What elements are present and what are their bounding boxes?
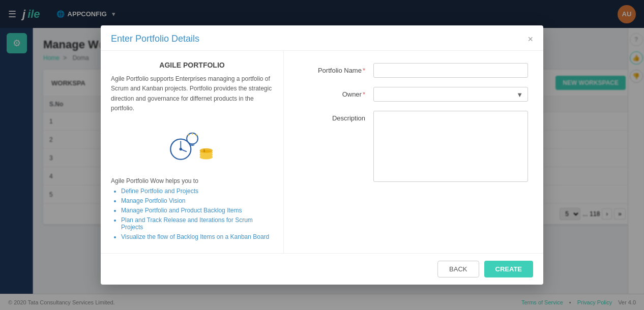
wow-title: Agile Portfolio Wow helps you to [111, 177, 273, 184]
owner-required-marker: * [363, 90, 365, 98]
description-label: Description [299, 111, 365, 122]
portfolio-modal: Enter Portfolio Details × AGILE PORTFOLI… [101, 25, 543, 285]
portfolio-name-label: Portfolio Name* [299, 63, 365, 74]
modal-title: Enter Portfolio Details [111, 34, 199, 44]
svg-text:$: $ [203, 149, 205, 153]
bullet-item: Plan and Track Release and Iterations fo… [121, 216, 273, 231]
bullet-item: Visualize the flow of Backlog Items on a… [121, 233, 273, 240]
svg-line-3 [181, 149, 186, 151]
bullet-item: Manage Portfolio and Product Backlog Ite… [121, 207, 273, 214]
portfolio-description: Agile Portfolio supports Enterprises man… [111, 74, 273, 113]
create-button[interactable]: CREATE [484, 261, 533, 277]
modal-right-panel: Portfolio Name* Owner* ▼ [284, 51, 543, 253]
portfolio-illustration: $ [167, 127, 218, 167]
owner-row: Owner* ▼ [299, 87, 528, 102]
portfolio-name-input[interactable] [373, 63, 528, 78]
owner-select[interactable] [373, 87, 528, 102]
owner-select-wrapper: ▼ [373, 87, 528, 102]
description-row: Description [299, 111, 528, 182]
modal-footer: BACK CREATE [101, 253, 543, 285]
modal-header: Enter Portfolio Details × [101, 25, 543, 51]
portfolio-name-row: Portfolio Name* [299, 63, 528, 78]
bullet-item: Manage Portfolio Vision [121, 197, 273, 204]
svg-point-13 [199, 148, 212, 153]
portfolio-type-title: AGILE PORTFOLIO [159, 61, 224, 69]
modal-close-button[interactable]: × [528, 35, 533, 44]
bullet-list: Define Portfolio and ProjectsManage Port… [111, 188, 273, 240]
modal-left-bullets: Agile Portfolio Wow helps you to Define … [111, 177, 273, 243]
description-textarea[interactable] [373, 111, 528, 182]
required-marker: * [363, 67, 365, 74]
bullet-item: Define Portfolio and Projects [121, 188, 273, 195]
modal-left-panel: AGILE PORTFOLIO Agile Portfolio supports… [101, 51, 284, 253]
back-button[interactable]: BACK [437, 261, 479, 277]
modal-overlay: Enter Portfolio Details × AGILE PORTFOLI… [0, 0, 644, 310]
owner-label: Owner* [299, 87, 365, 98]
modal-body: AGILE PORTFOLIO Agile Portfolio supports… [101, 51, 543, 253]
